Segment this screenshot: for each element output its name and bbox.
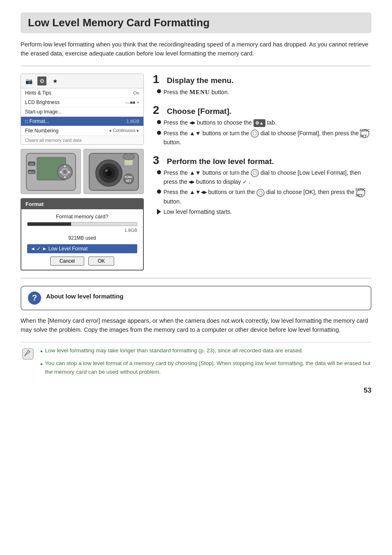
note-item-2: You can stop a low level format of a mem… [40, 359, 371, 377]
page-title: Low Level Memory Card Formatting [21, 12, 371, 33]
step-2-bullet-1: Press the ◂▸ buttons to choose the ⚙▲ ta… [157, 118, 371, 127]
svg-point-23 [123, 153, 134, 160]
step-3-header: 3 Perform the low level format. [153, 155, 371, 166]
info-box: ? About low level formatting [21, 286, 371, 310]
format-progress-bar [27, 222, 137, 226]
svg-text:MENU: MENU [28, 171, 35, 173]
format-dialog-body: Format memory card? 1.8GB 921MB used ◄ ✓… [21, 209, 143, 270]
step-2-header: 2 Choose [Format]. [153, 104, 371, 116]
bullet-icon [157, 89, 161, 93]
step-3-bullet-3: Low level formatting starts. [157, 208, 371, 217]
camera-tab-icon: 📷 [25, 77, 32, 85]
step-1-title: Display the menu. [167, 76, 234, 85]
format-low-level-row: ◄ ✓ ► Low Level Format [27, 244, 137, 253]
step-2-title: Choose [Format]. [167, 107, 231, 116]
left-screenshots: 📷 ⚙ ★ Hints & Tips On LCD Brightness —■■… [21, 74, 144, 271]
menu-row-format: □ Format... 1.8GB [21, 117, 143, 126]
svg-text:FUNC: FUNC [125, 176, 132, 178]
note-item-1: Low level formatting may take longer tha… [40, 347, 371, 357]
step-2-bullet-2: Press the ▲▼ buttons or turn the ◯ dial … [157, 129, 371, 147]
step-3-number: 3 [153, 155, 163, 166]
info-box-content: About low level formatting [46, 291, 364, 301]
step-1-bullets: Press the MENU button. [153, 88, 371, 97]
menu-rows: Hints & Tips On LCD Brightness —■■ + Sta… [21, 88, 143, 136]
svg-text:▲: ▲ [63, 164, 67, 168]
step-1-bullet-1: Press the MENU button. [157, 88, 371, 97]
camera-front-svg: FUNC SET [88, 149, 140, 194]
step-2: 2 Choose [Format]. Press the ◂▸ buttons … [153, 104, 371, 147]
format-used: 921MB used [27, 235, 137, 241]
svg-text:SET: SET [126, 179, 131, 182]
menu-screenshot: 📷 ⚙ ★ Hints & Tips On LCD Brightness —■■… [21, 74, 144, 145]
svg-text:►: ► [68, 170, 71, 174]
format-dialog-label: Format memory card? [27, 213, 137, 220]
menu-row-startup: Start-up Image... [21, 107, 143, 117]
format-cancel-button[interactable]: Cancel [50, 257, 84, 266]
bullet-icon [157, 131, 161, 135]
triangle-bullet-icon [157, 209, 161, 215]
page-number: 53 [21, 386, 371, 395]
step-2-number: 2 [153, 104, 163, 116]
svg-point-8 [63, 170, 67, 174]
step-3: 3 Perform the low level format. Press th… [153, 155, 371, 217]
bullet-icon [157, 170, 161, 174]
step-3-bullet-2: Press the ▲▼◂▸ buttons or turn the ◯ dia… [157, 188, 371, 206]
bullet-icon [157, 190, 161, 194]
format-dialog: Format Format memory card? 1.8GB 921MB u… [21, 198, 144, 271]
step-1-number: 1 [153, 74, 163, 85]
format-size: 1.8GB [27, 228, 137, 233]
svg-text:▼: ▼ [63, 176, 67, 179]
menu-row-filenumber: File Numbering ◂ Continuous ▸ [21, 126, 143, 136]
step-1-header: 1 Display the menu. [153, 74, 371, 85]
menu-tab-bar: 📷 ⚙ ★ [21, 74, 143, 88]
info-icon: ? [28, 291, 41, 305]
notes-section: Low level formatting may take longer tha… [21, 342, 371, 383]
svg-rect-19 [125, 160, 133, 165]
camera-back-svg: DISP MENU ▲ ▼ ◄ ► [25, 149, 77, 194]
menu-row-lcd: LCD Brightness —■■ + [21, 98, 143, 107]
svg-text:DISP: DISP [29, 163, 34, 165]
info-box-text: When the [Memory card error] message app… [21, 316, 371, 335]
menu-row-hints: Hints & Tips On [21, 88, 143, 98]
format-ok-button[interactable]: OK [88, 257, 114, 266]
camera-back-photo: DISP MENU ▲ ▼ ◄ ► [21, 149, 81, 194]
info-box-title: About low level formatting [46, 291, 364, 301]
main-content: 📷 ⚙ ★ Hints & Tips On LCD Brightness —■■… [21, 74, 371, 271]
step-3-bullets: Press the ▲▼ buttons or turn the ◯ dial … [153, 169, 371, 217]
settings-tab-icon: ⚙ [37, 76, 46, 86]
step-3-title: Perform the low level format. [167, 157, 274, 166]
note-pencil-icon [21, 347, 35, 361]
step-2-bullets: Press the ◂▸ buttons to choose the ⚙▲ ta… [153, 118, 371, 147]
svg-point-18 [105, 169, 108, 172]
right-steps: 1 Display the menu. Press the MENU butto… [144, 74, 371, 271]
camera-photos: DISP MENU ▲ ▼ ◄ ► [21, 149, 144, 194]
format-buttons: Cancel OK [27, 257, 137, 266]
bullet-icon [157, 120, 161, 124]
intro-text: Perform low level formatting when you th… [21, 40, 371, 58]
step-1: 1 Display the menu. Press the MENU butto… [153, 74, 371, 97]
svg-text:◄: ◄ [59, 170, 62, 174]
camera-front-photo: FUNC SET [83, 149, 144, 194]
svg-line-28 [25, 355, 25, 356]
step-3-bullet-1: Press the ▲▼ buttons or turn the ◯ dial … [157, 169, 371, 186]
notes-list: Low level formatting may take longer tha… [40, 347, 371, 379]
format-dialog-title: Format [21, 199, 143, 209]
menu-note: Clears all memory card data [21, 136, 143, 144]
star-tab-icon: ★ [51, 77, 59, 85]
